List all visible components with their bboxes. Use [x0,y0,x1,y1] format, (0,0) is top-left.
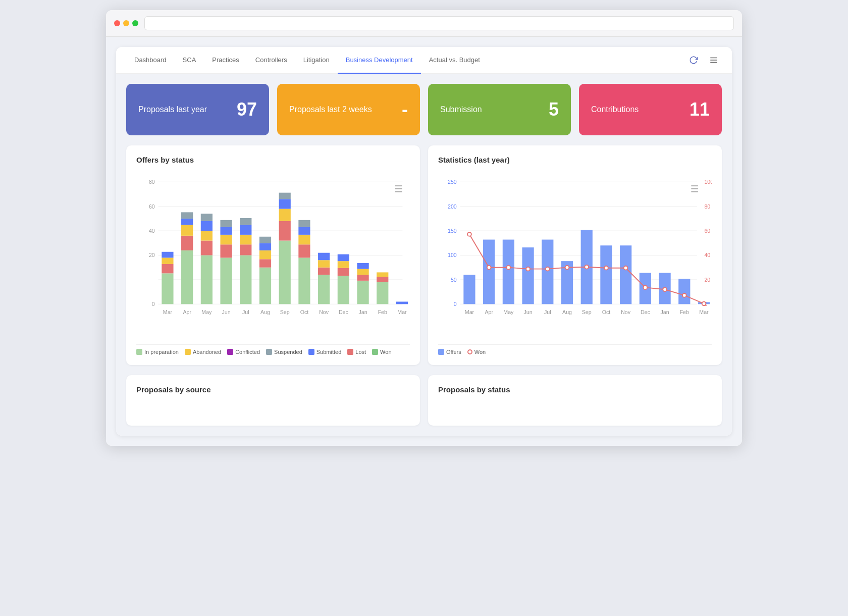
svg-text:100: 100 [704,179,712,185]
nav-bar: Dashboard SCA Practices Controllers Liti… [116,47,732,74]
offers-by-status-legend: In preparation Abandoned Conflicted [136,344,410,355]
svg-rect-22 [181,236,193,250]
svg-point-126 [604,266,608,270]
svg-rect-38 [240,235,251,244]
svg-text:0: 0 [152,301,155,307]
svg-rect-20 [162,252,173,258]
svg-text:20: 20 [149,252,155,258]
svg-point-131 [702,301,706,305]
svg-text:80: 80 [149,179,155,185]
svg-rect-37 [240,244,251,255]
svg-rect-113 [600,245,612,304]
svg-text:80: 80 [704,203,710,210]
svg-rect-65 [357,275,368,281]
svg-rect-71 [396,301,408,304]
legend-color-submitted [308,349,314,355]
traffic-lights [114,20,138,26]
svg-rect-59 [318,253,330,261]
legend-color-lost [347,349,353,355]
svg-rect-57 [318,268,330,275]
svg-rect-36 [240,255,251,304]
proposals-last-year-label: Proposals last year [138,105,207,114]
statistics-chart: 250 200 150 100 50 0 100 80 60 40 [438,172,712,340]
svg-rect-47 [279,221,291,241]
charts-row: Offers by status 80 [126,145,722,365]
svg-rect-25 [181,212,193,219]
svg-rect-23 [181,225,193,236]
proposals-2weeks-label: Proposals last 2 weeks [289,105,372,114]
maximize-button[interactable] [132,20,138,26]
tab-business-development[interactable]: Business Development [338,47,421,74]
svg-point-119 [467,232,471,236]
statistics-title: Statistics (last year) [438,156,712,164]
contributions-label: Contributions [591,105,639,114]
tab-litigation[interactable]: Litigation [295,47,338,74]
svg-rect-28 [201,231,213,240]
svg-text:Apr: Apr [183,309,191,315]
svg-point-127 [624,266,628,270]
tab-practices[interactable]: Practices [204,47,247,74]
address-bar[interactable] [144,16,734,30]
svg-rect-60 [338,276,349,304]
offers-by-status-title: Offers by status [136,156,410,164]
tab-controllers[interactable]: Controllers [247,47,295,74]
svg-text:Nov: Nov [319,309,329,315]
proposals-last-year-value: 97 [237,99,257,120]
svg-text:200: 200 [448,203,457,210]
svg-rect-63 [338,254,349,262]
svg-point-129 [663,287,667,291]
svg-text:Oct: Oct [602,309,611,315]
proposals-by-source-title: Proposals by source [136,385,410,394]
submission-label: Submission [440,105,482,114]
minimize-button[interactable] [123,20,129,26]
svg-rect-51 [298,258,310,304]
legend-color-suspended [266,349,272,355]
svg-rect-19 [162,258,173,264]
svg-rect-61 [338,268,349,276]
svg-text:Mar: Mar [699,309,709,315]
svg-text:Jul: Jul [544,309,551,315]
svg-point-120 [487,266,491,270]
svg-point-123 [546,267,550,271]
svg-rect-46 [279,240,291,304]
svg-text:Mar: Mar [397,309,407,315]
proposals-by-source-panel: Proposals by source [126,375,420,426]
tab-dashboard[interactable]: Dashboard [126,47,175,74]
svg-text:Feb: Feb [680,309,689,315]
svg-rect-35 [220,220,232,227]
svg-rect-110 [542,240,553,304]
nav-actions [685,52,722,68]
svg-rect-48 [279,209,291,221]
tab-actual-vs-budget[interactable]: Actual vs. Budget [421,47,488,74]
svg-text:Feb: Feb [378,309,387,315]
svg-text:Jul: Jul [242,309,249,315]
svg-rect-109 [522,247,534,304]
refresh-button[interactable] [685,52,702,68]
svg-text:Sep: Sep [582,309,592,315]
svg-text:40: 40 [149,228,155,234]
svg-rect-56 [318,275,330,304]
svg-rect-39 [240,225,251,235]
main-content: Dashboard SCA Practices Controllers Liti… [106,37,742,446]
legend-color-conflicted [227,349,233,355]
svg-text:60: 60 [704,228,710,234]
svg-rect-66 [357,269,368,275]
svg-text:Dec: Dec [641,309,651,315]
svg-rect-31 [220,258,232,304]
svg-point-128 [643,286,647,290]
svg-text:250: 250 [448,179,457,185]
tab-sca[interactable]: SCA [175,47,204,74]
svg-text:Jun: Jun [222,309,231,315]
offers-by-status-chart: 80 60 40 20 0 [136,172,410,340]
menu-button[interactable] [706,52,722,68]
svg-rect-108 [503,240,514,304]
close-button[interactable] [114,20,120,26]
svg-rect-32 [220,244,232,258]
stat-card-proposals-2weeks: Proposals last 2 weeks - [277,84,420,135]
svg-text:100: 100 [448,252,457,258]
svg-text:Nov: Nov [621,309,631,315]
stat-card-proposals-last-year: Proposals last year 97 [126,84,269,135]
svg-rect-30 [201,214,213,221]
proposals-2weeks-value: - [402,99,408,120]
svg-text:150: 150 [448,228,457,234]
